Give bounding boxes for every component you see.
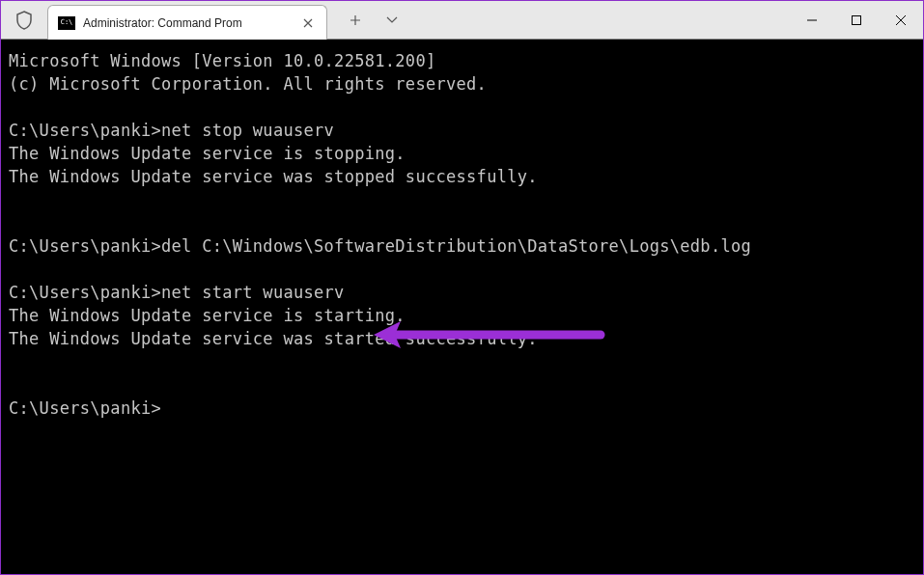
- tab-actions: [327, 1, 408, 39]
- cmd-icon-label: C:\: [61, 19, 73, 26]
- terminal-line: C:\Users\panki>net stop wuauserv: [9, 119, 915, 142]
- terminal-output[interactable]: Microsoft Windows [Version 10.0.22581.20…: [1, 40, 923, 574]
- shield-icon: [15, 11, 33, 30]
- titlebar: C:\ Administrator: Command Prom: [1, 1, 923, 40]
- terminal-line: The Windows Update service was stopped s…: [9, 165, 915, 188]
- terminal-line: C:\Users\panki>del C:\Windows\SoftwareDi…: [9, 234, 915, 258]
- maximize-button[interactable]: [834, 1, 879, 40]
- tab-dropdown-button[interactable]: [376, 5, 408, 36]
- window-controls: [790, 1, 923, 39]
- terminal-line: [9, 258, 915, 281]
- titlebar-drag-area[interactable]: [408, 1, 790, 39]
- terminal-line: The Windows Update service was started s…: [9, 327, 915, 350]
- shield-icon-area: [1, 1, 47, 39]
- terminal-line: [9, 211, 915, 234]
- terminal-line: C:\Users\panki>: [9, 397, 915, 420]
- chevron-down-icon: [386, 16, 398, 24]
- terminal-line: C:\Users\panki>net start wuauserv: [9, 281, 915, 304]
- terminal-line: [9, 350, 915, 373]
- svg-rect-0: [853, 16, 861, 25]
- tab-command-prompt[interactable]: C:\ Administrator: Command Prom: [47, 5, 327, 40]
- cmd-icon: C:\: [58, 16, 75, 30]
- terminal-line: [9, 188, 915, 211]
- close-icon: [303, 18, 313, 28]
- maximize-icon: [851, 14, 862, 26]
- terminal-line: (c) Microsoft Corporation. All rights re…: [9, 72, 915, 96]
- terminal-line: [9, 373, 915, 397]
- close-icon: [895, 14, 907, 26]
- terminal-line: Microsoft Windows [Version 10.0.22581.20…: [9, 49, 915, 72]
- terminal-line: The Windows Update service is starting.: [9, 304, 915, 327]
- new-tab-button[interactable]: [339, 5, 372, 36]
- tab-title: Administrator: Command Prom: [83, 16, 294, 30]
- close-window-button[interactable]: [879, 1, 923, 40]
- tab-close-button[interactable]: [299, 14, 317, 32]
- minimize-button[interactable]: [790, 1, 834, 40]
- terminal-line: [9, 96, 915, 119]
- plus-icon: [350, 14, 361, 26]
- minimize-icon: [806, 14, 818, 26]
- terminal-line: The Windows Update service is stopping.: [9, 142, 915, 165]
